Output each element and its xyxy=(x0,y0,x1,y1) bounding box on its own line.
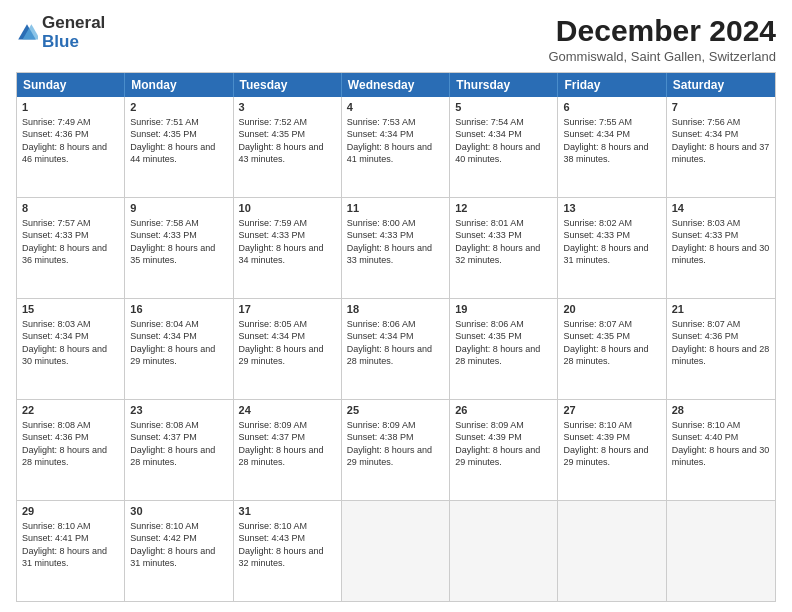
calendar-row: 29Sunrise: 8:10 AM Sunset: 4:41 PM Dayli… xyxy=(17,500,775,601)
weekday-header: Monday xyxy=(125,73,233,97)
day-info: Sunrise: 7:55 AM Sunset: 4:34 PM Dayligh… xyxy=(563,116,660,166)
day-number: 30 xyxy=(130,504,227,519)
weekday-header: Tuesday xyxy=(234,73,342,97)
day-info: Sunrise: 8:02 AM Sunset: 4:33 PM Dayligh… xyxy=(563,217,660,267)
day-number: 18 xyxy=(347,302,444,317)
calendar-cell: 3Sunrise: 7:52 AM Sunset: 4:35 PM Daylig… xyxy=(234,97,342,197)
day-number: 29 xyxy=(22,504,119,519)
day-info: Sunrise: 8:07 AM Sunset: 4:36 PM Dayligh… xyxy=(672,318,770,368)
day-info: Sunrise: 8:08 AM Sunset: 4:36 PM Dayligh… xyxy=(22,419,119,469)
day-info: Sunrise: 7:58 AM Sunset: 4:33 PM Dayligh… xyxy=(130,217,227,267)
location: Gommiswald, Saint Gallen, Switzerland xyxy=(548,49,776,64)
calendar-row: 1Sunrise: 7:49 AM Sunset: 4:36 PM Daylig… xyxy=(17,97,775,197)
calendar-cell: 4Sunrise: 7:53 AM Sunset: 4:34 PM Daylig… xyxy=(342,97,450,197)
calendar-row: 8Sunrise: 7:57 AM Sunset: 4:33 PM Daylig… xyxy=(17,197,775,298)
calendar-cell xyxy=(450,501,558,601)
day-info: Sunrise: 8:10 AM Sunset: 4:43 PM Dayligh… xyxy=(239,520,336,570)
day-number: 28 xyxy=(672,403,770,418)
day-number: 11 xyxy=(347,201,444,216)
day-number: 16 xyxy=(130,302,227,317)
day-number: 19 xyxy=(455,302,552,317)
calendar-cell xyxy=(667,501,775,601)
calendar-cell: 25Sunrise: 8:09 AM Sunset: 4:38 PM Dayli… xyxy=(342,400,450,500)
day-info: Sunrise: 8:01 AM Sunset: 4:33 PM Dayligh… xyxy=(455,217,552,267)
calendar-cell: 24Sunrise: 8:09 AM Sunset: 4:37 PM Dayli… xyxy=(234,400,342,500)
calendar-cell: 20Sunrise: 8:07 AM Sunset: 4:35 PM Dayli… xyxy=(558,299,666,399)
calendar-row: 22Sunrise: 8:08 AM Sunset: 4:36 PM Dayli… xyxy=(17,399,775,500)
calendar-cell: 16Sunrise: 8:04 AM Sunset: 4:34 PM Dayli… xyxy=(125,299,233,399)
calendar-cell: 31Sunrise: 8:10 AM Sunset: 4:43 PM Dayli… xyxy=(234,501,342,601)
day-info: Sunrise: 8:05 AM Sunset: 4:34 PM Dayligh… xyxy=(239,318,336,368)
calendar-cell: 6Sunrise: 7:55 AM Sunset: 4:34 PM Daylig… xyxy=(558,97,666,197)
day-info: Sunrise: 8:10 AM Sunset: 4:39 PM Dayligh… xyxy=(563,419,660,469)
day-info: Sunrise: 8:10 AM Sunset: 4:40 PM Dayligh… xyxy=(672,419,770,469)
day-number: 5 xyxy=(455,100,552,115)
calendar-header: SundayMondayTuesdayWednesdayThursdayFrid… xyxy=(17,73,775,97)
logo-icon xyxy=(16,22,38,44)
day-info: Sunrise: 7:53 AM Sunset: 4:34 PM Dayligh… xyxy=(347,116,444,166)
day-number: 2 xyxy=(130,100,227,115)
calendar-row: 15Sunrise: 8:03 AM Sunset: 4:34 PM Dayli… xyxy=(17,298,775,399)
calendar-cell: 28Sunrise: 8:10 AM Sunset: 4:40 PM Dayli… xyxy=(667,400,775,500)
day-number: 8 xyxy=(22,201,119,216)
calendar-cell: 5Sunrise: 7:54 AM Sunset: 4:34 PM Daylig… xyxy=(450,97,558,197)
day-number: 25 xyxy=(347,403,444,418)
calendar-cell: 2Sunrise: 7:51 AM Sunset: 4:35 PM Daylig… xyxy=(125,97,233,197)
calendar-cell: 23Sunrise: 8:08 AM Sunset: 4:37 PM Dayli… xyxy=(125,400,233,500)
day-info: Sunrise: 8:06 AM Sunset: 4:35 PM Dayligh… xyxy=(455,318,552,368)
day-info: Sunrise: 8:09 AM Sunset: 4:37 PM Dayligh… xyxy=(239,419,336,469)
day-number: 7 xyxy=(672,100,770,115)
calendar-cell: 1Sunrise: 7:49 AM Sunset: 4:36 PM Daylig… xyxy=(17,97,125,197)
day-number: 12 xyxy=(455,201,552,216)
calendar-cell: 19Sunrise: 8:06 AM Sunset: 4:35 PM Dayli… xyxy=(450,299,558,399)
calendar-cell: 9Sunrise: 7:58 AM Sunset: 4:33 PM Daylig… xyxy=(125,198,233,298)
day-number: 23 xyxy=(130,403,227,418)
day-info: Sunrise: 7:52 AM Sunset: 4:35 PM Dayligh… xyxy=(239,116,336,166)
calendar-cell: 17Sunrise: 8:05 AM Sunset: 4:34 PM Dayli… xyxy=(234,299,342,399)
page: General Blue December 2024 Gommiswald, S… xyxy=(0,0,792,612)
calendar-cell: 30Sunrise: 8:10 AM Sunset: 4:42 PM Dayli… xyxy=(125,501,233,601)
day-info: Sunrise: 7:54 AM Sunset: 4:34 PM Dayligh… xyxy=(455,116,552,166)
weekday-header: Thursday xyxy=(450,73,558,97)
calendar-cell: 13Sunrise: 8:02 AM Sunset: 4:33 PM Dayli… xyxy=(558,198,666,298)
weekday-header: Wednesday xyxy=(342,73,450,97)
day-number: 26 xyxy=(455,403,552,418)
weekday-header: Friday xyxy=(558,73,666,97)
calendar: SundayMondayTuesdayWednesdayThursdayFrid… xyxy=(16,72,776,602)
calendar-cell: 7Sunrise: 7:56 AM Sunset: 4:34 PM Daylig… xyxy=(667,97,775,197)
day-info: Sunrise: 8:08 AM Sunset: 4:37 PM Dayligh… xyxy=(130,419,227,469)
day-number: 3 xyxy=(239,100,336,115)
day-number: 6 xyxy=(563,100,660,115)
day-number: 20 xyxy=(563,302,660,317)
calendar-cell: 29Sunrise: 8:10 AM Sunset: 4:41 PM Dayli… xyxy=(17,501,125,601)
day-info: Sunrise: 8:10 AM Sunset: 4:42 PM Dayligh… xyxy=(130,520,227,570)
day-number: 15 xyxy=(22,302,119,317)
calendar-body: 1Sunrise: 7:49 AM Sunset: 4:36 PM Daylig… xyxy=(17,97,775,601)
day-number: 22 xyxy=(22,403,119,418)
day-number: 21 xyxy=(672,302,770,317)
day-number: 24 xyxy=(239,403,336,418)
day-info: Sunrise: 8:06 AM Sunset: 4:34 PM Dayligh… xyxy=(347,318,444,368)
day-info: Sunrise: 8:09 AM Sunset: 4:38 PM Dayligh… xyxy=(347,419,444,469)
day-info: Sunrise: 7:51 AM Sunset: 4:35 PM Dayligh… xyxy=(130,116,227,166)
day-number: 14 xyxy=(672,201,770,216)
day-number: 31 xyxy=(239,504,336,519)
day-info: Sunrise: 8:03 AM Sunset: 4:34 PM Dayligh… xyxy=(22,318,119,368)
calendar-cell: 22Sunrise: 8:08 AM Sunset: 4:36 PM Dayli… xyxy=(17,400,125,500)
calendar-cell: 8Sunrise: 7:57 AM Sunset: 4:33 PM Daylig… xyxy=(17,198,125,298)
day-info: Sunrise: 7:57 AM Sunset: 4:33 PM Dayligh… xyxy=(22,217,119,267)
weekday-header: Saturday xyxy=(667,73,775,97)
calendar-cell: 26Sunrise: 8:09 AM Sunset: 4:39 PM Dayli… xyxy=(450,400,558,500)
header: General Blue December 2024 Gommiswald, S… xyxy=(16,14,776,64)
day-number: 9 xyxy=(130,201,227,216)
day-info: Sunrise: 8:10 AM Sunset: 4:41 PM Dayligh… xyxy=(22,520,119,570)
day-number: 13 xyxy=(563,201,660,216)
calendar-cell: 27Sunrise: 8:10 AM Sunset: 4:39 PM Dayli… xyxy=(558,400,666,500)
calendar-cell: 15Sunrise: 8:03 AM Sunset: 4:34 PM Dayli… xyxy=(17,299,125,399)
day-number: 1 xyxy=(22,100,119,115)
day-info: Sunrise: 8:00 AM Sunset: 4:33 PM Dayligh… xyxy=(347,217,444,267)
day-number: 27 xyxy=(563,403,660,418)
calendar-cell: 21Sunrise: 8:07 AM Sunset: 4:36 PM Dayli… xyxy=(667,299,775,399)
calendar-cell: 18Sunrise: 8:06 AM Sunset: 4:34 PM Dayli… xyxy=(342,299,450,399)
calendar-cell: 12Sunrise: 8:01 AM Sunset: 4:33 PM Dayli… xyxy=(450,198,558,298)
